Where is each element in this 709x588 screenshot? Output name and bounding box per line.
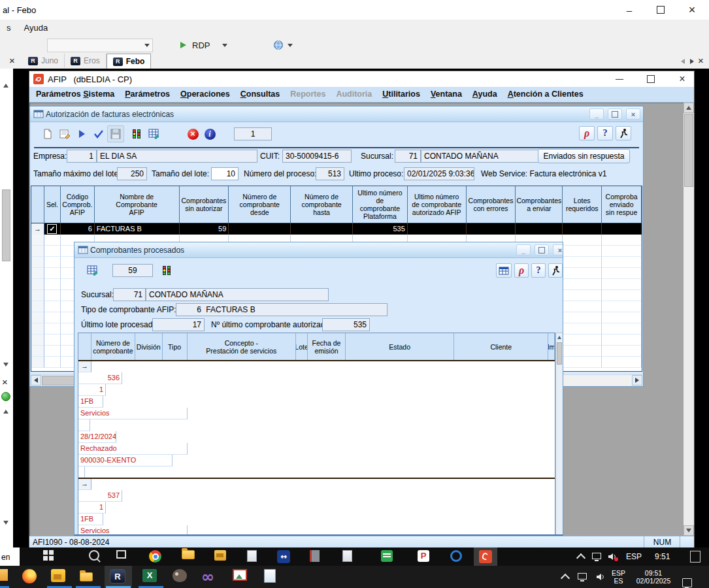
taskbar-button-firefox[interactable] — [22, 569, 39, 585]
tipo-comprobante-field[interactable]: 6 FACTURAS B — [176, 303, 387, 316]
column-header-5[interactable]: Número de comprobante desde — [229, 186, 291, 223]
tab-scroll-right-icon[interactable] — [690, 59, 694, 64]
tab-scroll-left-icon[interactable] — [681, 59, 685, 64]
minimize-button[interactable]: _ — [589, 108, 604, 120]
column-header-8[interactable]: Ultimo número de comprobante autorizado … — [408, 186, 467, 223]
properties-button[interactable] — [56, 125, 73, 142]
record-counter-field[interactable]: 59 — [112, 264, 153, 277]
column-header-4[interactable]: Comprobantes sin autorizar — [180, 186, 229, 223]
scroll-down-button[interactable] — [684, 525, 694, 536]
taskbar-button-notepad[interactable] — [247, 550, 261, 564]
panel-scroll-down-icon[interactable] — [3, 363, 8, 367]
taskbar-button-teamviewer[interactable] — [277, 550, 291, 564]
mdi-vertical-scrollbar[interactable] — [684, 103, 694, 536]
scroll-up-button[interactable] — [557, 334, 562, 340]
column-header-2[interactable]: División — [135, 333, 163, 361]
remote-clock[interactable]: 9:51 — [655, 552, 670, 561]
cancel-button[interactable] — [184, 125, 201, 142]
taskbar-button-toolbox[interactable] — [51, 569, 68, 585]
show-desktop-button[interactable] — [690, 551, 701, 563]
sel-checkbox-cell[interactable]: ✓ — [44, 223, 61, 235]
rdp-dropdown-icon[interactable] — [222, 44, 227, 47]
tab-juno[interactable]: Juno — [22, 54, 65, 68]
column-header-2[interactable]: Código Comprob. AFIP — [61, 186, 95, 223]
column-header-6[interactable]: Número de comprobante hasta — [291, 186, 353, 223]
close-button[interactable]: × — [553, 244, 563, 255]
semaphore-button[interactable] — [128, 125, 145, 142]
panel2-scroll-up-icon[interactable] — [3, 410, 8, 414]
scroll-right-button[interactable] — [632, 375, 642, 385]
tray-chevron-icon[interactable] — [561, 574, 570, 583]
hscrollbar-thumb[interactable] — [42, 376, 78, 385]
panel2-close-icon[interactable] — [2, 376, 8, 387]
sucursal-code-field[interactable]: 71 — [395, 150, 421, 163]
remote-language-indicator[interactable]: ESP — [626, 552, 642, 561]
empresa-name-field[interactable]: EL DIA SA — [97, 150, 257, 163]
globe-icon[interactable] — [273, 40, 284, 50]
tab-eros[interactable]: Eros — [65, 54, 107, 68]
exit-button[interactable] — [616, 126, 631, 140]
column-header-3[interactable]: Tipo — [163, 333, 188, 361]
taskbar-button-mremoteng[interactable] — [110, 569, 127, 585]
minimize-button[interactable]: _ — [516, 244, 531, 255]
host-minimize-button[interactable] — [614, 0, 644, 20]
close-button[interactable]: × — [626, 108, 640, 120]
taskbar-button-afip-app[interactable] — [479, 550, 493, 564]
menu-item-auditoria[interactable]: Auditoria — [331, 87, 377, 101]
grid-b-vscrollbar[interactable] — [555, 333, 563, 535]
taskbar-button-notepad-2[interactable] — [342, 550, 357, 564]
scrollbar-thumb[interactable] — [557, 342, 562, 365]
speaker-icon[interactable] — [608, 553, 617, 561]
export-grid-button[interactable] — [84, 262, 101, 279]
save-button[interactable] — [107, 125, 124, 142]
help-button[interactable] — [597, 126, 613, 140]
export-grid-button[interactable] — [145, 125, 162, 142]
taskbar-button-red-p-app[interactable] — [418, 550, 432, 564]
column-header-marker[interactable] — [31, 186, 44, 223]
panel-scroll-up-icon[interactable] — [3, 84, 8, 88]
column-header-1[interactable]: Número de comprobante — [91, 333, 135, 361]
exit-button[interactable] — [548, 263, 563, 278]
panel-close-icon[interactable] — [9, 55, 15, 66]
tamano-field[interactable]: 10 — [211, 167, 239, 180]
semaphore-button[interactable] — [158, 262, 175, 279]
host-maximize-button[interactable] — [646, 0, 676, 20]
taskbar-button-chrome[interactable] — [149, 550, 163, 564]
column-header-5[interactable]: Lote — [296, 333, 308, 361]
run-process-button[interactable] — [73, 125, 90, 142]
enviados-sin-respuesta-button[interactable]: Enviados sin respuesta — [538, 149, 630, 163]
menu-item-reportes[interactable]: Reportes — [285, 87, 331, 101]
taskbar-button-gimp[interactable] — [173, 569, 190, 585]
tab-febo[interactable]: Febo — [107, 54, 152, 69]
taskbar-button-visual-studio[interactable] — [201, 569, 218, 585]
host-language-indicator[interactable]: ESP ES — [612, 569, 625, 585]
taskbar-button-search[interactable] — [89, 550, 103, 564]
grid-view-button[interactable] — [496, 263, 512, 278]
scrollbar-thumb[interactable] — [684, 114, 693, 187]
menu-item-ventana[interactable]: Ventana — [425, 87, 467, 101]
taskbar-button-file-explorer[interactable] — [182, 550, 196, 564]
afip-minimize-button[interactable]: — — [610, 73, 629, 85]
help-button[interactable] — [531, 263, 546, 278]
panel2-scroll-down-icon[interactable] — [3, 521, 8, 525]
menu-item-operaciones[interactable]: Operaciones — [175, 87, 235, 101]
panel-scrollbar-thumb[interactable] — [2, 189, 10, 261]
menu-item-parametros[interactable]: Parámetros — [120, 87, 175, 101]
taskbar-button-calendar[interactable] — [381, 550, 395, 564]
ultimo-proceso-field[interactable]: 02/01/2025 9:03:36 — [404, 167, 474, 180]
column-header-7[interactable]: Ultimo número de comprobante Plataforma — [353, 186, 408, 223]
sucursal-name-field[interactable]: CONTADO MAÑANA — [421, 150, 546, 163]
notification-center-icon[interactable] — [682, 578, 692, 587]
numero-proceso-field[interactable]: 513 — [316, 167, 344, 180]
taskbar-button-image-viewer[interactable] — [233, 569, 250, 585]
afip-maximize-button[interactable] — [641, 73, 661, 85]
tamano-max-field[interactable]: 250 — [117, 167, 147, 180]
process-counter-field[interactable]: 1 — [234, 127, 272, 140]
maximize-button[interactable] — [608, 108, 622, 120]
new-document-button[interactable] — [39, 125, 56, 142]
ultimo-lote-field[interactable]: 17 — [152, 318, 205, 331]
afip-close-button[interactable]: × — [672, 73, 692, 85]
network-icon[interactable] — [578, 573, 587, 580]
taskbar-button-excel[interactable] — [142, 569, 159, 585]
menu-item-ayuda[interactable]: Ayuda — [467, 87, 503, 101]
